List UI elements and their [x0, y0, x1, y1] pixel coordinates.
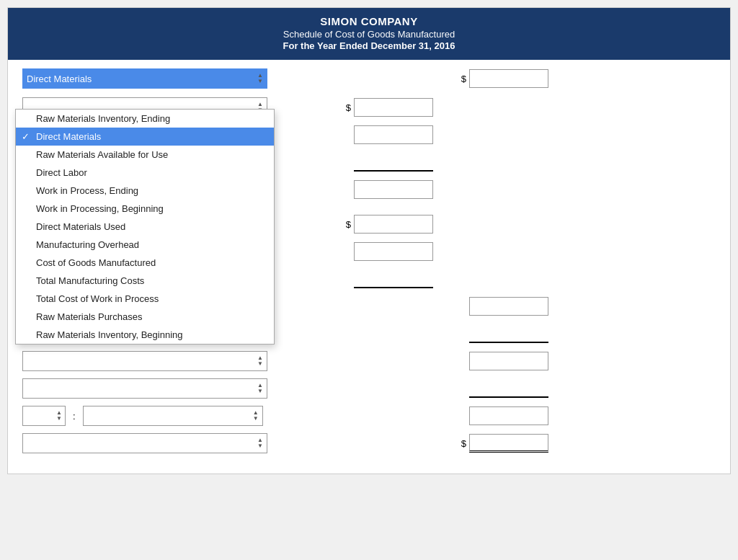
dropdown-item-7[interactable]: Manufacturing Overhead [16, 236, 274, 254]
dropdown-item-2[interactable]: Raw Materials Available for Use [16, 146, 274, 164]
dropdown-item-3[interactable]: Direct Labor [16, 164, 274, 182]
dollar-6: $ [346, 219, 351, 230]
page-header: SIMON COMPANY Schedule of Cost of Goods … [8, 8, 730, 60]
colon-label: : [73, 411, 76, 422]
company-name: SIMON COMPANY [8, 15, 730, 27]
col-right-12 [433, 379, 548, 398]
dropdown-menu[interactable]: Raw Materials Inventory, Ending Direct M… [15, 109, 275, 345]
dropdown-item-8[interactable]: Cost of Goods Manufactured [16, 254, 274, 272]
dropdown-item-6[interactable]: Direct Materials Used [16, 218, 274, 236]
input-row14-right[interactable] [469, 434, 548, 453]
content-area: Direct Materials ▲ ▼ $ Raw Materials Inv… [8, 60, 730, 474]
dropdown-item-9[interactable]: Total Manufacturing Costs [16, 272, 274, 290]
input-row6-mid[interactable] [354, 215, 433, 234]
col-right-1: $ [433, 69, 548, 88]
input-row3-mid[interactable] [354, 125, 433, 144]
input-row9-right[interactable] [469, 297, 548, 316]
spinner-row13-small[interactable]: ▲ ▼ [56, 410, 62, 422]
dropdown-item-12[interactable]: Raw Materials Inventory, Beginning [16, 326, 274, 344]
spinner-row12[interactable]: ▲ ▼ [257, 383, 263, 394]
input-row5-mid[interactable] [354, 180, 433, 199]
dropdown-item-10[interactable]: Total Cost of Work in Process [16, 290, 274, 308]
dollar-14: $ [461, 438, 466, 449]
input-row1[interactable] [469, 69, 548, 88]
input-row12-right[interactable] [469, 379, 548, 398]
input-row8-mid[interactable] [354, 270, 433, 288]
input-row2-mid[interactable] [354, 98, 433, 117]
input-row7-mid[interactable] [354, 242, 433, 261]
col-mid-2: $ [289, 98, 433, 117]
page-container: SIMON COMPANY Schedule of Cost of Goods … [7, 7, 731, 474]
spinner-row1[interactable]: ▲ ▼ [257, 73, 263, 84]
col-right-11 [433, 352, 548, 370]
row-14: ▲ ▼ $ [22, 432, 716, 455]
col-mid-3 [289, 125, 433, 144]
spinner-row11[interactable]: ▲ ▼ [257, 355, 263, 367]
input-row10-right[interactable] [469, 324, 548, 343]
col-label-11: ▲ ▼ [22, 351, 289, 371]
dropdown-item-5[interactable]: Work in Processing, Beginning [16, 200, 274, 218]
dropdown-item-11[interactable]: Raw Materials Purchases [16, 308, 274, 326]
col-label-13: ▲ ▼ : ▲ ▼ [22, 406, 289, 426]
input-row4-mid[interactable] [354, 153, 433, 172]
report-title: Schedule of Cost of Goods Manufactured [8, 29, 730, 40]
select-row11[interactable]: ▲ ▼ [22, 351, 267, 371]
col-mid-7 [289, 242, 433, 261]
col-mid-6: $ [289, 215, 433, 234]
select-row1-value: Direct Materials [27, 74, 92, 84]
col-right-10 [433, 324, 548, 343]
row-12: ▲ ▼ [22, 377, 716, 400]
col-right-14: $ [433, 434, 548, 453]
col-label-14: ▲ ▼ [22, 433, 289, 453]
select-row12[interactable]: ▲ ▼ [22, 378, 267, 399]
dollar-1: $ [461, 74, 466, 84]
select-row13-mid[interactable]: ▲ ▼ [83, 406, 263, 426]
dropdown-item-1[interactable]: Direct Materials [16, 128, 274, 146]
dropdown-item-0[interactable]: Raw Materials Inventory, Ending [16, 110, 274, 128]
select-row14[interactable]: ▲ ▼ [22, 433, 267, 453]
dollar-2: $ [346, 102, 351, 113]
row-1: Direct Materials ▲ ▼ $ [22, 67, 716, 90]
col-label-12: ▲ ▼ [22, 378, 289, 399]
dropdown-item-4[interactable]: Work in Process, Ending [16, 182, 274, 200]
spinner-row13-mid[interactable]: ▲ ▼ [253, 410, 259, 422]
col-mid-8 [289, 270, 433, 288]
input-row13-right[interactable] [469, 406, 548, 425]
col-label-1: Direct Materials ▲ ▼ [22, 68, 289, 89]
col-right-9 [433, 297, 548, 316]
col-mid-5 [289, 180, 433, 199]
select-row13-small[interactable]: ▲ ▼ [22, 406, 66, 426]
col-right-13 [433, 406, 548, 425]
row-13: ▲ ▼ : ▲ ▼ [22, 404, 716, 427]
row-11: ▲ ▼ [22, 350, 716, 373]
select-row1[interactable]: Direct Materials ▲ ▼ [22, 68, 267, 89]
spinner-row14[interactable]: ▲ ▼ [257, 437, 263, 449]
input-row11-right[interactable] [469, 352, 548, 370]
report-date: For the Year Ended December 31, 2016 [8, 40, 730, 51]
col-mid-4 [289, 153, 433, 172]
